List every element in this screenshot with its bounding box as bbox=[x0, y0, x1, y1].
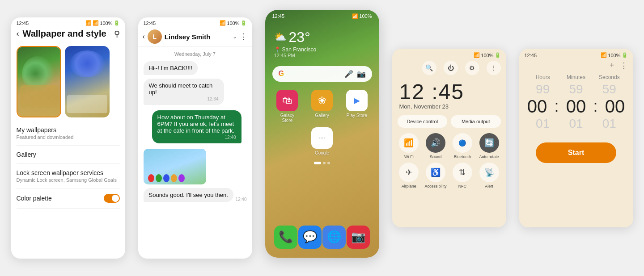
wallpaper-gradient-2 bbox=[65, 46, 110, 117]
media-output-btn[interactable]: Media output bbox=[451, 115, 501, 128]
message-image bbox=[144, 149, 206, 184]
wifi-tile-label: Wi-Fi bbox=[404, 155, 414, 159]
battery-icon-1: 🔋 bbox=[114, 20, 120, 26]
clock-display: 12 :45 Mon, November 23 bbox=[392, 77, 506, 112]
timer-top-seconds: 59 bbox=[593, 82, 626, 96]
google-logo: G bbox=[279, 70, 284, 78]
dock-internet[interactable]: 🌐 bbox=[322, 226, 346, 249]
bluetooth-tile-icon: 🔵 bbox=[453, 133, 472, 153]
device-control-btn[interactable]: Device control bbox=[398, 115, 448, 128]
messages-icon: 💬 bbox=[298, 226, 322, 249]
battery-icon-4: 🔋 bbox=[495, 52, 501, 58]
balloon-green bbox=[156, 174, 162, 182]
timer-add-icon[interactable]: + bbox=[610, 61, 614, 71]
app-gallery[interactable]: ❀ Gallery bbox=[310, 90, 334, 123]
menu-item-label: My wallpapers bbox=[17, 126, 120, 134]
app-play-store[interactable]: ▶ Play Store bbox=[345, 90, 369, 123]
wifi-icon-3: 📶 bbox=[352, 13, 358, 19]
accessibility-tile-icon: ♿ bbox=[426, 163, 445, 182]
start-button[interactable]: Start bbox=[536, 142, 616, 163]
menu-item-gallery[interactable]: Gallery bbox=[17, 146, 120, 164]
menu-item-my-wallpapers[interactable]: My wallpapers Featured and downloaded bbox=[17, 121, 120, 146]
status-time-3: 12:45 bbox=[272, 13, 285, 19]
back-icon[interactable]: ‹ bbox=[17, 29, 19, 38]
dock-messages[interactable]: 💬 bbox=[298, 226, 322, 249]
mic-icon[interactable]: 🎤 bbox=[344, 70, 353, 78]
status-icons-1: 📶 📶 100% 🔋 bbox=[85, 20, 119, 26]
wifi-icon-2: 📶 bbox=[220, 20, 226, 26]
menu-item-sub: Featured and downloaded bbox=[17, 134, 120, 140]
battery-text-4: 100% bbox=[481, 53, 493, 58]
message-time: 12:40 bbox=[157, 135, 236, 140]
wallpaper-thumb-2[interactable] bbox=[65, 46, 110, 117]
timer-more-icon[interactable]: ⋮ bbox=[620, 61, 628, 71]
camera-search-icon[interactable]: 📷 bbox=[357, 70, 366, 78]
location-text: San Francisco bbox=[282, 46, 317, 53]
timer-top-hours: 99 bbox=[526, 82, 559, 96]
page-title: Wallpaper and style bbox=[23, 29, 110, 39]
qs-tile-accessibility[interactable]: ♿ Accessibility bbox=[424, 163, 447, 188]
app-label: Play Store bbox=[347, 113, 367, 118]
menu-item-lock-screen[interactable]: Lock screen wallpaper services Dynamic L… bbox=[17, 164, 120, 188]
message-bubble-received-1: Hi~! I'm BACK!!!! bbox=[144, 61, 198, 75]
timer-main-hours: 00 bbox=[527, 96, 547, 117]
autorotate-tile-icon: 🔄 bbox=[479, 133, 499, 153]
app-grid: 🛍 Galaxy Store ❀ Gallery ▶ Play Store ⋯ … bbox=[265, 85, 379, 160]
alert-tile-label: Alert bbox=[485, 184, 493, 188]
message-text: Hi~! I'm BACK!!!! bbox=[149, 65, 192, 71]
message-text: We should meet to catch up! bbox=[149, 82, 213, 96]
status-time-1: 12:45 bbox=[17, 21, 29, 26]
timer-header: + ⋮ bbox=[519, 59, 633, 74]
balloons bbox=[148, 174, 185, 182]
wallpaper-menu-list: My wallpapers Featured and downloaded Ga… bbox=[11, 121, 125, 259]
status-bar-2: 12:45 📶 100% 🔋 bbox=[138, 17, 252, 27]
qs-tile-autorotate[interactable]: 🔄 Auto rotate bbox=[478, 133, 501, 159]
dot-3 bbox=[327, 162, 330, 164]
balloon-purple bbox=[178, 174, 185, 182]
qs-tile-bluetooth[interactable]: 🔵 Bluetooth bbox=[451, 133, 474, 159]
message-list: Wednesday, July 7 Hi~! I'm BACK!!!! We s… bbox=[138, 47, 252, 259]
color-palette-toggle[interactable] bbox=[104, 194, 120, 203]
status-time-5: 12:45 bbox=[525, 53, 537, 58]
status-icons-5: 📶 100% 🔋 bbox=[601, 52, 627, 58]
timer-col-labels: Hours Minutes Seconds bbox=[519, 74, 633, 80]
menu-item-color-palette[interactable]: Color palette bbox=[17, 188, 120, 209]
galaxy-store-icon: 🛍 bbox=[276, 90, 298, 111]
qs-tile-sound[interactable]: 🔊 Sound bbox=[424, 133, 447, 159]
clock-time: 12 :45 bbox=[399, 79, 499, 104]
phone-icon: 📞 bbox=[274, 226, 297, 249]
autorotate-tile-label: Auto rotate bbox=[479, 155, 499, 159]
more-options-icon[interactable]: ⋮ bbox=[240, 32, 248, 42]
dock-row: 📞 💬 🌐 📷 bbox=[265, 221, 379, 258]
app-label: Gallery bbox=[315, 113, 329, 118]
qs-settings-btn[interactable]: ⚙ bbox=[465, 61, 479, 75]
qs-more-btn[interactable]: ⋮ bbox=[487, 61, 501, 75]
dock-phone[interactable]: 📞 bbox=[274, 226, 297, 249]
dot-1 bbox=[314, 162, 321, 164]
qs-power-btn[interactable]: ⏻ bbox=[444, 61, 458, 75]
wifi-icon-4: 📶 bbox=[474, 52, 480, 58]
message-bubble-received-last: Sounds good. I'll see you then. bbox=[144, 188, 234, 202]
battery-icon-5: 🔋 bbox=[622, 52, 628, 58]
wallpaper-gradient-1 bbox=[17, 47, 60, 117]
qs-tile-nfc[interactable]: ⇅ NFC bbox=[451, 163, 474, 188]
app-galaxy-store[interactable]: 🛍 Galaxy Store bbox=[275, 90, 299, 123]
dock-camera[interactable]: 📷 bbox=[347, 226, 370, 249]
qs-tiles-row2: ✈ Airplane ♿ Accessibility ⇅ NFC 📡 Alert bbox=[392, 163, 506, 192]
bluetooth-tile-label: Bluetooth bbox=[454, 155, 471, 159]
app-google[interactable]: ⋯ Google bbox=[310, 127, 334, 155]
msg-back-icon[interactable]: ‹ bbox=[143, 33, 145, 41]
alert-tile-icon: 📡 bbox=[479, 163, 499, 182]
search-bar[interactable]: G 🎤 📷 bbox=[272, 66, 372, 82]
search-icon[interactable]: ⚲ bbox=[114, 29, 120, 39]
qs-tile-airplane[interactable]: ✈ Airplane bbox=[398, 163, 421, 188]
qs-tile-wifi[interactable]: 📶 Wi-Fi bbox=[398, 133, 421, 159]
qs-search-btn[interactable]: 🔍 bbox=[422, 61, 436, 75]
accessibility-tile-label: Accessibility bbox=[425, 184, 447, 188]
wallpaper-thumb-1[interactable] bbox=[17, 46, 61, 117]
wifi-tile-icon: 📶 bbox=[399, 133, 419, 153]
timer-bot-hours: 01 bbox=[526, 117, 559, 131]
homescreen-panel: 12:45 📶 100% ⛅ 23° 📍 San Francisco 12:45… bbox=[265, 10, 379, 258]
qs-tile-alert[interactable]: 📡 Alert bbox=[478, 163, 501, 188]
control-buttons-row: Device control Media output bbox=[392, 112, 506, 131]
